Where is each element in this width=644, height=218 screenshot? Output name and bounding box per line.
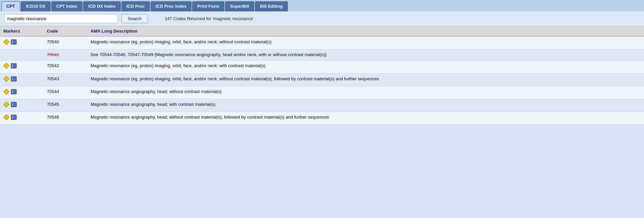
markers-cell — [0, 99, 44, 112]
code-cell: 70545 — [44, 99, 87, 112]
markers-cell — [0, 49, 44, 60]
svg-rect-12 — [12, 77, 14, 81]
code-strikethrough: 70541 — [47, 52, 59, 57]
svg-rect-17 — [12, 90, 14, 93]
search-input[interactable] — [4, 14, 118, 23]
code-cell: 70542 — [44, 60, 87, 73]
table-row[interactable]: 70541See 70544-70546, 70547-70549 {Magne… — [0, 49, 644, 60]
svg-rect-10 — [4, 76, 9, 82]
tab-icd-proc[interactable]: ICD Proc — [121, 1, 150, 11]
description-cell: Magnetic resonance (eg, proton) imaging,… — [87, 73, 644, 86]
description-cell: Magnetic resonance (eg, proton) imaging,… — [87, 60, 644, 73]
book-icon — [11, 39, 17, 47]
col-markers: Markers — [0, 26, 44, 36]
diamond-icon — [3, 76, 9, 84]
markers-cell — [0, 73, 44, 86]
svg-rect-25 — [4, 115, 9, 120]
tab-icd10-dx[interactable]: ICD10 DX — [21, 1, 51, 11]
code-table: Markers Code AMA Long Description — [0, 26, 644, 125]
svg-rect-5 — [4, 63, 9, 69]
svg-rect-28 — [14, 116, 16, 119]
diamond-icon — [3, 89, 9, 96]
tab-icd-proc-index[interactable]: ICD Proc Index — [151, 1, 192, 11]
search-bar: Search 147 Codes Returned for 'magnetic … — [0, 11, 644, 26]
description-cell: Magnetic resonance (eg, proton) imaging,… — [87, 36, 644, 49]
code-cell: 70543 — [44, 73, 87, 86]
markers-cell — [0, 60, 44, 73]
code-table-container: Markers Code AMA Long Description — [0, 26, 644, 125]
tab-superbill[interactable]: SuperBill — [225, 1, 254, 11]
svg-rect-18 — [14, 90, 16, 93]
svg-rect-20 — [4, 101, 9, 107]
table-row[interactable]: 70542Magnetic resonance (eg, proton) ima… — [0, 60, 644, 73]
table-row[interactable]: 70540Magnetic resonance (eg, proton) ima… — [0, 36, 644, 49]
diamond-icon — [3, 114, 9, 122]
code-cell: 70540 — [44, 36, 87, 49]
book-icon — [11, 63, 17, 71]
code-cell: 70546 — [44, 112, 87, 125]
svg-rect-8 — [14, 64, 16, 68]
description-cell: Magnetic resonance angiography, head; wi… — [87, 99, 644, 112]
table-row[interactable]: 70546Magnetic resonance angiography, hea… — [0, 112, 644, 125]
table-row[interactable]: 70545Magnetic resonance angiography, hea… — [0, 99, 644, 112]
search-button[interactable]: Search — [121, 14, 148, 23]
tab-bar: CPTICD10 DXCPT IndexICD DX IndexICD Proc… — [0, 0, 644, 11]
diamond-icon — [3, 39, 9, 47]
svg-rect-15 — [4, 89, 9, 94]
svg-rect-23 — [14, 103, 16, 106]
description-cell: Magnetic resonance angiography, head; wi… — [87, 86, 644, 99]
code-cell: 70541 — [44, 49, 87, 60]
tab-print-form[interactable]: Print Form — [192, 1, 224, 11]
svg-rect-22 — [12, 103, 14, 106]
book-icon — [11, 76, 17, 84]
description-cell: Magnetic resonance angiography, head; wi… — [87, 112, 644, 125]
svg-rect-13 — [14, 77, 16, 81]
diamond-icon — [3, 101, 9, 109]
book-icon — [11, 114, 17, 122]
table-row[interactable]: 70543Magnetic resonance (eg, proton) ima… — [0, 73, 644, 86]
markers-cell — [0, 36, 44, 49]
col-description: AMA Long Description — [87, 26, 644, 36]
svg-rect-0 — [4, 39, 9, 45]
svg-rect-2 — [12, 40, 14, 44]
book-icon — [11, 101, 17, 109]
table-row[interactable]: 70544Magnetic resonance angiography, hea… — [0, 86, 644, 99]
tab-bill-editing[interactable]: Bill Editing — [255, 1, 288, 11]
col-code: Code — [44, 26, 87, 36]
tab-cpt[interactable]: CPT — [1, 1, 20, 11]
tab-cpt-index[interactable]: CPT Index — [51, 1, 83, 11]
markers-cell — [0, 86, 44, 99]
tab-icd-dx-index[interactable]: ICD DX Index — [83, 1, 121, 11]
book-icon — [11, 89, 17, 96]
markers-cell — [0, 112, 44, 125]
svg-rect-27 — [12, 116, 14, 119]
diamond-icon — [3, 63, 9, 71]
table-header-row: Markers Code AMA Long Description — [0, 26, 644, 36]
code-cell: 70544 — [44, 86, 87, 99]
result-count: 147 Codes Returned for 'magnetic resonan… — [165, 16, 253, 21]
svg-rect-3 — [14, 40, 16, 44]
description-cell: See 70544-70546, 70547-70549 {Magnetic r… — [87, 49, 644, 60]
svg-rect-7 — [12, 64, 14, 68]
